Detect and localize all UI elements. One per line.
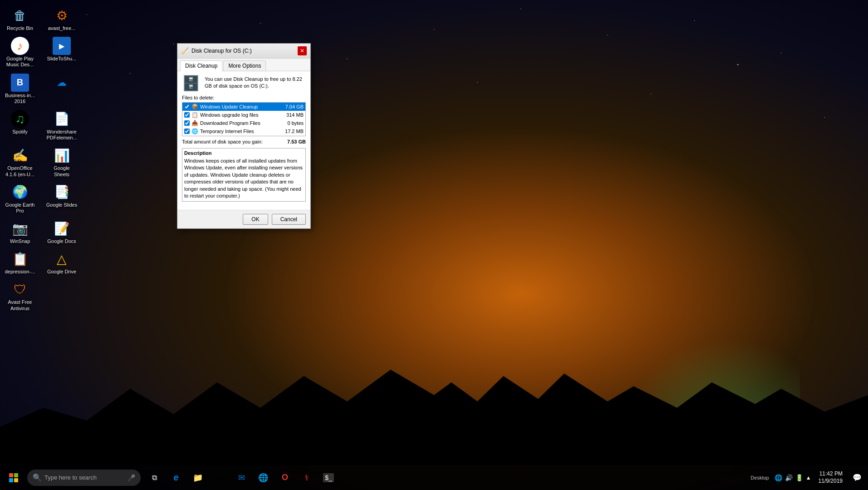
file-item-2[interactable]: 📥 Downloaded Program Files 0 bytes (182, 119, 305, 127)
desktop-show-button[interactable]: Desktop (749, 475, 770, 480)
taskbar-terminal[interactable]: $_ (319, 468, 338, 488)
file-item-0[interactable]: 📦 Windows Update Cleanup 7.04 GB (182, 103, 305, 111)
system-tray[interactable]: 🌐 🔊 🔋 ▲ (775, 474, 811, 481)
malwarebytes-icon: 🛡 (85, 417, 103, 435)
dialog-title-icon: 🧹 (181, 47, 189, 54)
microphone-icon[interactable]: 🎤 (128, 474, 135, 481)
desktop-icon-handbrake[interactable]: 🎬 HandBrake (115, 415, 147, 462)
desktop-icon-gdocs[interactable]: 📝 Google Docs (44, 218, 80, 246)
taskbar-right: Desktop 🌐 🔊 🔋 ▲ 11:42 PM 11/9/2019 💬 (749, 468, 864, 488)
desktop-icon-driver-easy[interactable]: 🔧 Driver Easy (4, 415, 35, 462)
file-size-1: 314 MB (279, 112, 304, 118)
taskbar-store[interactable]: 🛍 (210, 468, 230, 488)
avast2-icon: 🛡 (11, 280, 29, 298)
desktop-icon-google-music[interactable]: ♪ Google Play Music Des... (2, 35, 38, 69)
desktop-icon-gslides[interactable]: 📑 Google Slides (44, 181, 80, 216)
tab-more-options[interactable]: More Options (223, 60, 266, 71)
slidetoshu-icon: ▶ (53, 37, 71, 55)
file-icon-0: 📦 (191, 104, 198, 110)
taskbar-antivirus[interactable]: ⚕ (297, 468, 317, 488)
spotify-label: Spotify (12, 129, 28, 135)
files-list[interactable]: 📦 Windows Update Cleanup 7.04 GB 📋 Windo… (182, 102, 306, 136)
desktop-icon-business[interactable]: B Business-in... 2016 (2, 72, 38, 106)
chrome-icon: 🌐 (258, 473, 268, 483)
gslides-label: Google Slides (46, 202, 78, 208)
start-button[interactable] (4, 468, 24, 488)
wondershare-label: Wondershare PDFelemen... (45, 129, 78, 141)
volume-icon[interactable]: 🔊 (785, 474, 793, 481)
file-checkbox-3[interactable] (184, 129, 190, 134)
gdrive-label: Google Drive (47, 269, 76, 275)
driver-easy-label: Driver Easy (7, 436, 33, 442)
dialog-header-text: You can use Disk Cleanup to free up to 8… (205, 76, 306, 90)
depression-label: depression-... (5, 269, 35, 275)
desktop-icon-avg[interactable]: ⚠ AVG AntiVir... (41, 415, 73, 462)
handbrake-label: HandBrake (118, 436, 143, 442)
taskbar-edge[interactable]: e (166, 468, 186, 488)
opera-icon: O (282, 473, 288, 482)
desktop-icon-slidetoshu[interactable]: ▶ SlideToShu... (44, 35, 80, 69)
file-checkbox-2[interactable] (184, 120, 190, 126)
desktop-icon-gdrive[interactable]: △ Google Drive (44, 248, 80, 277)
desktop-icon-openoffice[interactable]: ✍ OpenOffice 4.1.6 (en-U... (2, 144, 38, 179)
file-item-1[interactable]: 📋 Windows upgrade log files 314 MB (182, 111, 305, 119)
avast-icon: ⚙ (53, 6, 71, 25)
taskbar: 🔍 🎤 ⧉ e 📁 🛍 ✉ 🌐 O ⚕ $_ (0, 465, 868, 490)
driver-easy-icon: 🔧 (10, 417, 29, 435)
earth-icon: 🌍 (11, 183, 29, 201)
file-item-4[interactable]: ⚠ System created Windows Error Reporti..… (182, 135, 305, 136)
desktop-icon-earth[interactable]: 🌍 Google Earth Pro (2, 181, 38, 216)
desktop-icon-gsheets[interactable]: 📊 Google Sheets (44, 144, 80, 179)
desktop-icon-easeus[interactable]: 💾 EaseUS Todo Backup Fre... (152, 415, 184, 462)
taskbar-explorer[interactable]: 📁 (188, 468, 208, 488)
taskbar-task-view[interactable]: ⧉ (144, 468, 164, 488)
desktop-icon-wondershare[interactable]: 📄 Wondershare PDFelemen... (44, 108, 80, 143)
gsheets-label: Google Sheets (45, 165, 78, 177)
search-icon: 🔍 (33, 473, 42, 482)
desktop-icons: 🗑 Recycle Bin ⚙ avast_free... ♪ Google P… (0, 0, 73, 463)
chevron-up-icon[interactable]: ▲ (806, 475, 811, 481)
desktop-icon-avast[interactable]: ⚙ avast_free... (44, 5, 80, 33)
winsnap-icon: 📷 (11, 219, 29, 238)
file-checkbox-1[interactable] (184, 112, 190, 118)
taskbar-chrome[interactable]: 🌐 (253, 468, 273, 488)
dialog-close-button[interactable]: ✕ (298, 46, 307, 55)
slidetoshu-label: SlideToShu... (47, 56, 77, 62)
taskbar-clock[interactable]: 11:42 PM 11/9/2019 (815, 470, 846, 485)
antivirus-icon: ⚕ (304, 473, 309, 483)
business-icon: B (11, 74, 29, 92)
dialog-header-icon: 🗄️ (182, 76, 200, 90)
business-label: Business-in... 2016 (4, 93, 36, 104)
openoffice-label: OpenOffice 4.1.6 (en-U... (4, 165, 36, 177)
cancel-button[interactable]: Cancel (272, 214, 306, 225)
search-bar[interactable]: 🔍 🎤 (27, 470, 141, 486)
desktop-icon-onedrive[interactable]: ☁ (44, 72, 80, 106)
gdrive-icon: △ (53, 250, 71, 268)
desktop-icon-depression[interactable]: 📋 depression-... (2, 248, 38, 277)
disk-cleanup-dialog[interactable]: 🧹 Disk Cleanup for OS (C:) ✕ Disk Cleanu… (177, 43, 311, 229)
tab-disk-cleanup[interactable]: Disk Cleanup (180, 60, 222, 71)
ok-button[interactable]: OK (243, 214, 268, 225)
desktop-icon-recycle-bin[interactable]: 🗑 Recycle Bin (2, 5, 38, 33)
google-music-icon: ♪ (11, 37, 29, 55)
dialog-titlebar[interactable]: 🧹 Disk Cleanup for OS (C:) ✕ (177, 44, 310, 59)
notifications-button[interactable]: 💬 (850, 468, 864, 488)
file-item-3[interactable]: 🌐 Temporary Internet Files 17.2 MB (182, 127, 305, 135)
file-checkbox-0[interactable] (184, 104, 190, 109)
desktop-icon-winsnap[interactable]: 📷 WinSnap (2, 218, 38, 246)
dialog-overlay: 🧹 Disk Cleanup for OS (C:) ✕ Disk Cleanu… (0, 0, 868, 465)
battery-icon[interactable]: 🔋 (795, 474, 803, 481)
description-title: Description (184, 150, 304, 156)
network-icon[interactable]: 🌐 (775, 474, 782, 481)
earth-label: Google Earth Pro (4, 202, 36, 214)
desktop-icon-avast2[interactable]: 🛡 Avast Free Antivirus (2, 278, 38, 313)
taskbar-mail[interactable]: ✉ (231, 468, 251, 488)
depression-icon: 📋 (11, 250, 29, 268)
avg-label: AVG AntiVir... (43, 436, 71, 448)
search-input[interactable] (44, 474, 128, 481)
description-box: Description Windows keeps copies of all … (182, 148, 306, 202)
explorer-icon: 📁 (193, 473, 203, 483)
desktop-icon-spotify[interactable]: ♫ Spotify (2, 108, 38, 143)
desktop-icon-malwarebytes[interactable]: 🛡 Malwarebyt... (78, 415, 110, 462)
taskbar-opera[interactable]: O (275, 468, 295, 488)
